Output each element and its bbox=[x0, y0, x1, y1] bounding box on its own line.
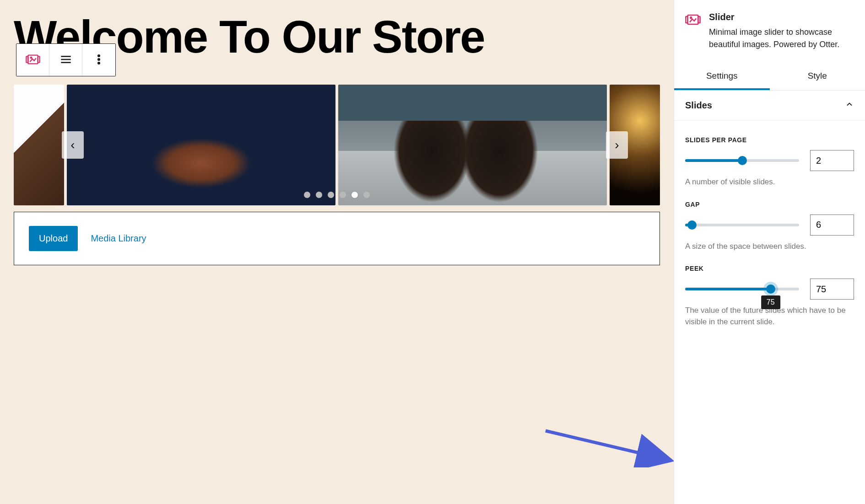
slides-per-page-slider[interactable] bbox=[685, 156, 799, 165]
slide-peek-left bbox=[14, 85, 64, 205]
slider-dot[interactable] bbox=[340, 192, 346, 198]
svg-point-9 bbox=[98, 62, 100, 64]
slider-prev-button[interactable]: ‹ bbox=[62, 131, 84, 159]
svg-line-10 bbox=[546, 431, 671, 461]
peek-tooltip: 75 bbox=[761, 295, 780, 309]
control-peek: PEEK 75 The value of the future slides w… bbox=[685, 265, 854, 327]
media-placeholder: Upload Media Library bbox=[14, 212, 660, 265]
control-gap: GAP A size of the space between slides. bbox=[685, 201, 854, 252]
peek-slider[interactable]: 75 bbox=[685, 284, 799, 294]
inspector-tabs: Settings Style bbox=[674, 64, 865, 91]
chevron-up-icon bbox=[845, 100, 854, 111]
more-icon bbox=[92, 52, 106, 68]
control-help: A number of visible slides. bbox=[685, 177, 854, 188]
slide-1 bbox=[67, 85, 335, 205]
slider-preview[interactable]: ‹ › bbox=[14, 85, 660, 205]
slider-dots bbox=[304, 192, 370, 198]
svg-point-14 bbox=[690, 17, 692, 18]
slider-dot[interactable] bbox=[351, 192, 358, 198]
media-library-link[interactable]: Media Library bbox=[91, 233, 146, 244]
align-icon bbox=[59, 52, 73, 68]
control-label: GAP bbox=[685, 201, 854, 208]
svg-point-3 bbox=[30, 57, 32, 58]
slide-2 bbox=[338, 85, 607, 205]
block-title: Slider bbox=[709, 12, 854, 22]
panel-slides-toggle[interactable]: Slides bbox=[674, 91, 865, 121]
annotation-arrow bbox=[541, 426, 674, 467]
chevron-right-icon: › bbox=[615, 138, 619, 152]
peek-input[interactable] bbox=[810, 279, 854, 300]
slider-next-button[interactable]: › bbox=[606, 131, 628, 159]
svg-point-7 bbox=[98, 54, 100, 57]
svg-rect-1 bbox=[26, 56, 28, 62]
svg-point-8 bbox=[98, 58, 100, 60]
gap-input[interactable] bbox=[810, 214, 854, 236]
slider-dot[interactable] bbox=[363, 192, 370, 198]
block-type-button[interactable] bbox=[16, 44, 49, 76]
slider-dot[interactable] bbox=[328, 192, 334, 198]
block-header: Slider Minimal image slider to showcase … bbox=[674, 0, 865, 55]
control-help: A size of the space between slides. bbox=[685, 241, 854, 252]
tab-settings[interactable]: Settings bbox=[674, 64, 770, 90]
slides-per-page-input[interactable] bbox=[810, 150, 854, 171]
control-label: SLIDES PER PAGE bbox=[685, 136, 854, 144]
editor-canvas: Welcome To Our Store bbox=[0, 0, 674, 504]
gap-slider[interactable] bbox=[685, 220, 799, 230]
inspector-sidebar: Slider Minimal image slider to showcase … bbox=[674, 0, 865, 504]
panel-slides-body: SLIDES PER PAGE A number of visible slid… bbox=[674, 121, 865, 337]
tab-style[interactable]: Style bbox=[770, 64, 865, 90]
svg-rect-2 bbox=[38, 56, 39, 62]
upload-button[interactable]: Upload bbox=[29, 226, 78, 251]
slider-dot[interactable] bbox=[304, 192, 310, 198]
panel-title: Slides bbox=[685, 100, 712, 111]
align-button[interactable] bbox=[49, 44, 82, 76]
more-options-button[interactable] bbox=[82, 44, 115, 76]
slider-icon bbox=[26, 52, 40, 68]
block-toolbar bbox=[16, 43, 116, 76]
block-description: Minimal image slider to showcase beautif… bbox=[709, 26, 854, 51]
control-label: PEEK bbox=[685, 265, 854, 272]
chevron-left-icon: ‹ bbox=[70, 138, 75, 152]
control-slides-per-page: SLIDES PER PAGE A number of visible slid… bbox=[685, 136, 854, 188]
slider-dot[interactable] bbox=[316, 192, 322, 198]
slider-icon bbox=[685, 12, 701, 27]
svg-rect-13 bbox=[698, 16, 700, 23]
svg-rect-12 bbox=[686, 16, 687, 23]
